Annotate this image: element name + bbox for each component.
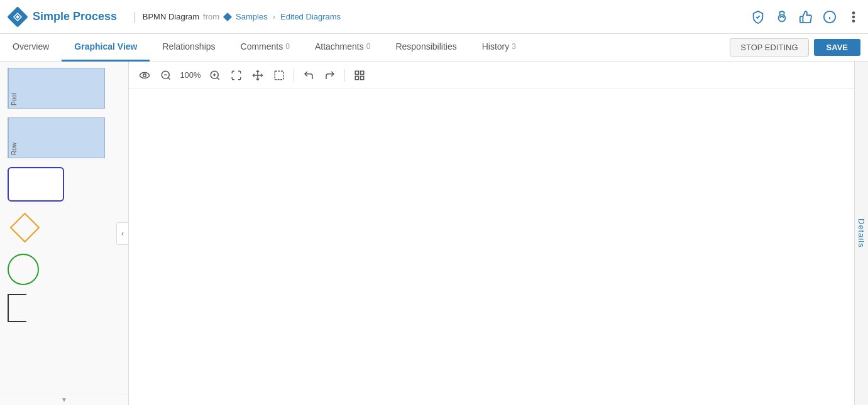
svg-line-16 — [217, 77, 219, 79]
pool-label: Pool — [8, 68, 19, 108]
svg-point-10 — [140, 72, 150, 78]
svg-point-7 — [853, 16, 855, 18]
tabs-actions: STOP EDITING SAVE — [730, 38, 868, 57]
zoom-in-button[interactable] — [206, 66, 224, 85]
gateway-shape[interactable] — [8, 210, 42, 245]
svg-line-13 — [168, 77, 170, 79]
list-item[interactable] — [8, 167, 121, 202]
zoom-out-button[interactable] — [157, 66, 175, 85]
svg-point-2 — [779, 14, 786, 21]
diagram-area: 100% — [129, 62, 854, 405]
tab-responsibilities[interactable]: Responsibilities — [383, 34, 469, 62]
fit-page-button[interactable] — [227, 66, 246, 85]
svg-marker-9 — [11, 213, 39, 242]
list-item[interactable] — [8, 254, 121, 285]
svg-point-8 — [853, 20, 855, 22]
header: Simple Process | BPMN Diagram from Sampl… — [0, 0, 868, 34]
svg-rect-21 — [275, 71, 283, 80]
tab-attachments[interactable]: Attachments0 — [302, 34, 383, 62]
scroll-indicator: ▼ — [0, 394, 128, 405]
svg-point-6 — [853, 12, 855, 14]
tab-relationships[interactable]: Relationships — [150, 34, 228, 62]
shapes-panel: Pool Row — [0, 62, 128, 394]
panel-toggle-button[interactable]: ‹ — [116, 222, 129, 245]
more-icon[interactable] — [847, 10, 860, 24]
layout-button[interactable] — [350, 66, 369, 85]
undo-button[interactable] — [299, 66, 318, 85]
shield-icon[interactable] — [751, 10, 765, 24]
list-item[interactable]: Row — [8, 117, 121, 158]
details-label: Details — [857, 219, 866, 248]
stop-editing-button[interactable]: STOP EDITING — [730, 38, 808, 57]
row-label: Row — [8, 118, 19, 158]
header-meta: BPMN Diagram from Samples › Edited Diagr… — [143, 12, 341, 21]
diagram-toolbar: 100% — [129, 62, 854, 89]
nav-diamond-icon — [223, 13, 232, 21]
task-shape[interactable] — [8, 167, 64, 202]
breadcrumb-chevron: › — [273, 12, 275, 21]
svg-rect-23 — [361, 71, 364, 74]
list-item[interactable]: Pool — [8, 68, 121, 109]
header-actions — [751, 10, 860, 24]
logo-area: Simple Process — [8, 7, 117, 27]
group-shape[interactable] — [8, 294, 26, 322]
main-layout: Pool Row — [0, 62, 868, 405]
diagram-type: BPMN Diagram — [143, 12, 199, 21]
list-item[interactable] — [8, 210, 121, 245]
header-separator: | — [133, 10, 136, 23]
view-button[interactable] — [135, 66, 154, 85]
app-title: Simple Process — [33, 10, 117, 23]
svg-rect-25 — [361, 76, 364, 79]
svg-rect-22 — [355, 71, 358, 74]
info-icon[interactable] — [823, 10, 837, 24]
move-button[interactable] — [248, 66, 267, 85]
redo-button[interactable] — [321, 66, 339, 85]
tab-overview[interactable]: Overview — [0, 34, 62, 62]
app-logo — [8, 7, 28, 27]
tab-graphical-view[interactable]: Graphical View — [62, 34, 150, 62]
toolbar-separator-2 — [344, 69, 345, 82]
svg-point-11 — [143, 73, 146, 77]
thumbsup-icon[interactable] — [799, 10, 813, 24]
svg-rect-1 — [223, 13, 232, 21]
svg-rect-24 — [355, 76, 358, 79]
edited-diagrams-link[interactable]: Edited Diagrams — [280, 12, 341, 21]
diagram-canvas[interactable] — [129, 89, 854, 405]
list-item[interactable] — [8, 294, 121, 322]
tab-history[interactable]: History3 — [470, 34, 529, 62]
from-text: from — [203, 12, 219, 21]
tab-comments[interactable]: Comments0 — [228, 34, 302, 62]
select-area-button[interactable] — [270, 66, 288, 85]
toolbar-separator-1 — [294, 69, 294, 82]
samples-link[interactable]: Samples — [236, 12, 268, 21]
event-shape[interactable] — [8, 254, 39, 285]
tabs-bar: Overview Graphical View Relationships Co… — [0, 34, 868, 62]
zoom-level: 100% — [178, 70, 203, 80]
left-panel: Pool Row — [0, 62, 129, 405]
medal-icon[interactable] — [775, 10, 789, 24]
details-sidebar[interactable]: Details — [854, 62, 868, 405]
save-button[interactable]: SAVE — [814, 39, 860, 56]
